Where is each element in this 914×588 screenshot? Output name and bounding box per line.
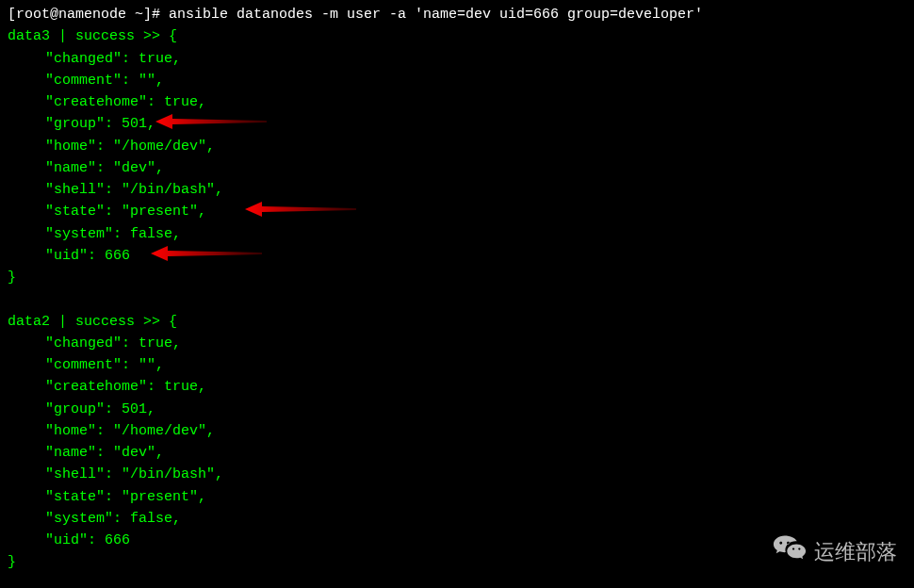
- json-field-createhome: "createhome": true,: [8, 376, 906, 398]
- json-field-shell: "shell": "/bin/bash",: [8, 464, 906, 485]
- json-field-home: "home": "/home/dev",: [8, 136, 906, 157]
- result-header: data2 | success >> {: [8, 311, 906, 333]
- json-field-state: "state": "present",: [8, 486, 906, 508]
- json-field-system: "system": false,: [8, 223, 906, 245]
- json-field-comment: "comment": "",: [8, 354, 906, 376]
- result-block-data2: data2 | success >> { "changed": true, "c…: [8, 311, 906, 574]
- result-header: data3 | success >> {: [8, 25, 906, 47]
- json-close-brace: }: [8, 551, 906, 573]
- wechat-icon: [773, 533, 807, 571]
- json-field-name: "name": "dev",: [8, 157, 906, 179]
- json-field-shell: "shell": "/bin/bash",: [8, 179, 906, 201]
- watermark: 运维部落: [773, 533, 897, 571]
- json-field-state: "state": "present",: [8, 201, 906, 222]
- command-prompt-line: [root@namenode ~]# ansible datanodes -m …: [8, 4, 906, 25]
- json-field-home: "home": "/home/dev",: [8, 420, 906, 442]
- json-field-createhome: "createhome": true,: [8, 91, 906, 113]
- json-field-comment: "comment": "",: [8, 70, 906, 91]
- json-field-name: "name": "dev",: [8, 442, 906, 464]
- json-field-group: "group": 501,: [8, 399, 906, 420]
- json-field-changed: "changed": true,: [8, 48, 906, 70]
- blank-line: [8, 288, 906, 310]
- result-block-data3: data3 | success >> { "changed": true, "c…: [8, 25, 906, 288]
- json-field-changed: "changed": true,: [8, 333, 906, 354]
- json-field-uid: "uid": 666: [8, 245, 906, 267]
- json-field-group: "group": 501,: [8, 113, 906, 135]
- shell-command: ansible datanodes -m user -a 'name=dev u…: [169, 7, 703, 23]
- json-close-brace: }: [8, 267, 906, 288]
- json-field-uid: "uid": 666: [8, 530, 906, 551]
- watermark-text: 运维部落: [814, 536, 897, 568]
- json-field-system: "system": false,: [8, 508, 906, 530]
- shell-prompt: [root@namenode ~]#: [8, 7, 169, 23]
